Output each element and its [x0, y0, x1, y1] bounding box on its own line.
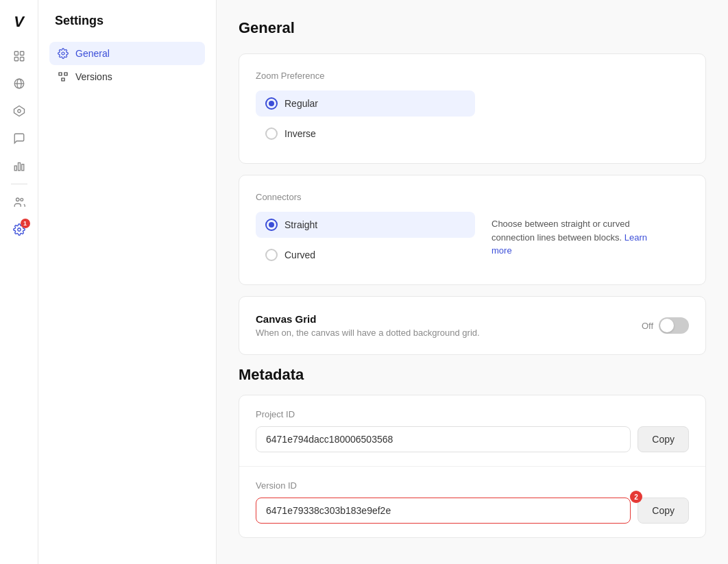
connectors-options: Straight Curved: [256, 212, 475, 268]
chat-icon[interactable]: [7, 126, 32, 151]
layers-icon[interactable]: [7, 44, 32, 69]
project-id-row: Copy: [256, 426, 689, 452]
metadata-title: Metadata: [239, 366, 706, 384]
main-content: General Zoom Preference Regular Inverse …: [217, 0, 728, 564]
project-id-label: Project ID: [256, 409, 689, 419]
svg-point-15: [62, 52, 64, 55]
nav-item-general-label: General: [75, 48, 110, 59]
settings-icon-btn[interactable]: 1: [7, 217, 32, 242]
svg-rect-11: [21, 164, 23, 171]
project-id-field: Project ID Copy: [239, 395, 705, 467]
svg-point-14: [17, 228, 21, 232]
toggle-knob: [660, 319, 674, 332]
connectors-note-text: Choose between straight or curved connec…: [492, 219, 630, 243]
version-id-copy-button[interactable]: Copy: [638, 498, 689, 524]
analytics-icon[interactable]: [7, 154, 32, 178]
connectors-row: Straight Curved Choose between straight …: [256, 212, 689, 268]
radio-regular[interactable]: Regular: [256, 90, 475, 117]
canvas-grid-toggle[interactable]: [659, 317, 689, 334]
settings-sidebar: Settings General Versions: [38, 0, 217, 564]
version-id-row: 2 Copy: [256, 498, 689, 524]
icon-sidebar: V 1: [0, 0, 38, 564]
version-id-input[interactable]: [256, 498, 631, 524]
svg-point-8: [17, 110, 21, 113]
radio-curved[interactable]: Curved: [256, 242, 475, 268]
project-id-copy-button[interactable]: Copy: [638, 426, 689, 452]
svg-rect-0: [14, 51, 18, 55]
radio-curved-circle: [265, 249, 278, 261]
general-nav-icon: [58, 48, 69, 59]
radio-straight-label: Straight: [284, 219, 317, 230]
svg-rect-2: [14, 58, 18, 61]
version-id-badge: 2: [630, 491, 642, 503]
settings-title: Settings: [49, 14, 205, 28]
svg-rect-3: [20, 58, 23, 61]
connectors-note: Choose between straight or curved connec…: [492, 212, 670, 258]
settings-badge: 1: [21, 219, 30, 228]
connectors-section-label: Connectors: [256, 192, 689, 202]
versions-nav-icon: [58, 71, 69, 82]
version-id-label: Version ID: [256, 480, 689, 491]
version-id-field: Version ID 2 Copy: [239, 467, 705, 537]
toggle-area: Off: [642, 317, 689, 334]
toggle-off-label: Off: [642, 321, 653, 331]
canvas-grid-row: Canvas Grid When on, the canvas will hav…: [256, 313, 689, 338]
svg-rect-1: [20, 51, 23, 55]
project-id-input[interactable]: [256, 426, 631, 452]
svg-rect-10: [18, 163, 20, 171]
globe-icon[interactable]: [7, 71, 32, 96]
metadata-card: Project ID Copy Version ID 2 Copy: [239, 395, 706, 538]
zoom-preference-section: Zoom Preference Regular Inverse: [239, 53, 706, 164]
team-icon[interactable]: [7, 190, 32, 214]
nav-item-general[interactable]: General: [49, 42, 205, 65]
svg-rect-9: [14, 166, 16, 171]
radio-inverse[interactable]: Inverse: [256, 121, 475, 147]
svg-point-12: [16, 198, 19, 201]
radio-straight-circle: [265, 219, 278, 231]
nav-item-versions-label: Versions: [75, 71, 112, 82]
component-icon[interactable]: [7, 99, 32, 123]
radio-regular-label: Regular: [284, 98, 318, 109]
svg-point-13: [20, 198, 23, 201]
canvas-grid-label: Canvas Grid: [256, 313, 480, 325]
canvas-grid-desc: When on, the canvas will have a dotted b…: [256, 328, 480, 338]
radio-inverse-label: Inverse: [284, 128, 316, 139]
radio-curved-label: Curved: [284, 249, 315, 260]
app-logo: V: [5, 8, 33, 36]
radio-inverse-circle: [265, 127, 278, 140]
page-title: General: [239, 19, 706, 37]
canvas-grid-section: Canvas Grid When on, the canvas will hav…: [239, 296, 706, 355]
connectors-section: Connectors Straight Curved Choose betwee…: [239, 175, 706, 285]
radio-straight[interactable]: Straight: [256, 212, 475, 238]
svg-marker-7: [14, 106, 24, 117]
radio-regular-circle: [265, 97, 278, 110]
sidebar-divider: [11, 184, 27, 184]
nav-item-versions[interactable]: Versions: [49, 65, 205, 88]
canvas-grid-text: Canvas Grid When on, the canvas will hav…: [256, 313, 480, 338]
zoom-section-label: Zoom Preference: [256, 71, 689, 81]
